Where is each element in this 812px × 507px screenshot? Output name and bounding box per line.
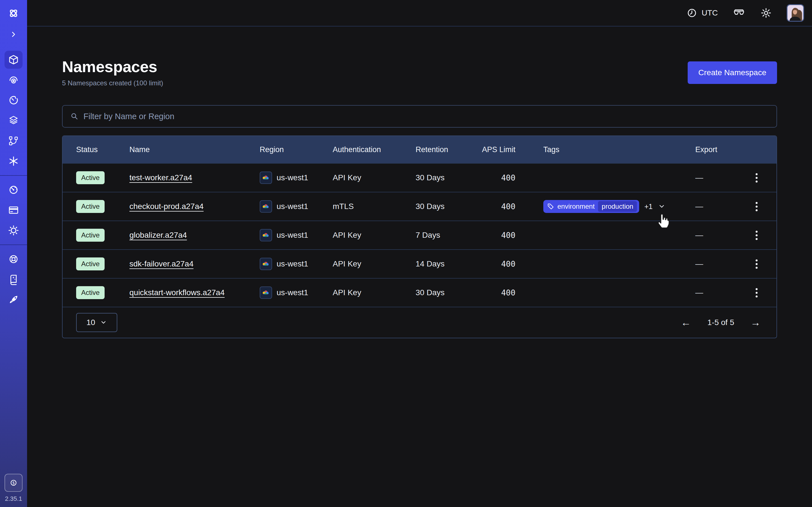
timezone-selector[interactable]: UTC bbox=[686, 7, 718, 18]
row-actions-menu[interactable] bbox=[753, 228, 760, 243]
status-cell: Active bbox=[76, 258, 130, 270]
aps-limit-cell: 400 bbox=[480, 288, 515, 297]
timer-icon bbox=[8, 94, 19, 106]
gcp-cloud-icon bbox=[260, 229, 272, 241]
tag-icon bbox=[547, 203, 554, 210]
topbar: UTC bbox=[27, 0, 812, 26]
sidebar-item-deployments[interactable] bbox=[4, 112, 22, 129]
sidebar-item-docs[interactable] bbox=[4, 270, 22, 288]
gcp-cloud-icon bbox=[260, 258, 272, 270]
price-tag-icon: $ bbox=[8, 477, 19, 488]
gcp-cloud-icon bbox=[260, 172, 272, 184]
table-footer: 10 ← 1-5 of 5 → bbox=[63, 307, 776, 338]
filter-input[interactable] bbox=[84, 112, 769, 121]
sidebar-item-getting-started[interactable] bbox=[4, 291, 22, 309]
credit-card-icon bbox=[8, 204, 19, 216]
retention-cell: 30 Days bbox=[416, 202, 480, 211]
tag-expand-toggle[interactable] bbox=[658, 203, 666, 210]
cube-icon bbox=[8, 54, 19, 66]
namespace-link[interactable]: test-worker.a27a4 bbox=[130, 173, 192, 182]
sidebar-item-batch-operations[interactable] bbox=[4, 132, 22, 150]
sidebar-item-settings[interactable] bbox=[4, 221, 22, 239]
aps-limit-cell: 400 bbox=[480, 260, 515, 269]
status-badge: Active bbox=[76, 286, 105, 299]
glasses-icon bbox=[732, 6, 746, 19]
lifebuoy-icon bbox=[8, 253, 19, 265]
chevron-down-icon bbox=[658, 203, 666, 210]
page-header: Namespaces 5 Namespaces created (100 lim… bbox=[62, 57, 777, 87]
rocket-icon bbox=[8, 294, 19, 305]
aps-limit-cell: 400 bbox=[480, 173, 515, 182]
export-cell: — bbox=[695, 260, 737, 269]
region-cell: us-west1 bbox=[260, 286, 333, 299]
table-row: Active quickstart-workflows.a27a4 bbox=[63, 278, 776, 307]
tag-group: environment production +1 bbox=[543, 200, 695, 213]
sidebar-nav-account bbox=[0, 180, 27, 240]
status-cell: Active bbox=[76, 200, 130, 213]
name-cell: sdk-failover.a27a4 bbox=[130, 260, 260, 269]
tags-cell: environment production +1 bbox=[515, 200, 695, 213]
prev-page-button[interactable]: ← bbox=[681, 317, 691, 328]
page-size-value: 10 bbox=[86, 318, 95, 327]
chevron-down-icon bbox=[100, 319, 107, 326]
book-sparkles-icon bbox=[8, 274, 19, 285]
pricing-button[interactable]: $ bbox=[4, 474, 22, 492]
region-cell: us-west1 bbox=[260, 200, 333, 213]
region-label: us-west1 bbox=[276, 288, 308, 297]
user-avatar[interactable] bbox=[786, 4, 804, 22]
namespace-link[interactable]: quickstart-workflows.a27a4 bbox=[130, 288, 225, 297]
page-size-select[interactable]: 10 bbox=[76, 313, 117, 332]
retention-cell: 30 Days bbox=[416, 288, 480, 297]
sidebar-item-workflows[interactable] bbox=[4, 71, 22, 89]
row-actions-menu[interactable] bbox=[753, 257, 760, 272]
status-cell: Active bbox=[76, 286, 130, 299]
region-label: us-west1 bbox=[276, 202, 308, 211]
temporal-logo[interactable] bbox=[7, 0, 20, 26]
status-cell: Active bbox=[76, 171, 130, 184]
row-actions-menu[interactable] bbox=[753, 199, 760, 214]
page-title: Namespaces bbox=[62, 57, 163, 76]
sidebar-item-nexus[interactable] bbox=[4, 152, 22, 170]
sidebar-divider bbox=[0, 175, 27, 176]
sidebar-item-support[interactable] bbox=[4, 250, 22, 268]
region-cell: us-west1 bbox=[260, 172, 333, 184]
sidebar-collapse-toggle[interactable] bbox=[9, 26, 18, 42]
chevron-right-icon bbox=[9, 30, 18, 39]
gauge-icon bbox=[8, 184, 19, 196]
namespace-link[interactable]: sdk-failover.a27a4 bbox=[130, 260, 193, 268]
next-page-button[interactable]: → bbox=[751, 317, 761, 328]
row-actions-menu[interactable] bbox=[753, 170, 760, 185]
namespace-link[interactable]: globalizer.a27a4 bbox=[130, 231, 187, 239]
sun-icon bbox=[760, 7, 772, 19]
export-cell: — bbox=[695, 173, 737, 182]
pagination: ← 1-5 of 5 → bbox=[681, 317, 761, 328]
labs-toggle[interactable] bbox=[732, 6, 746, 19]
region-cell: us-west1 bbox=[260, 229, 333, 241]
row-actions-menu[interactable] bbox=[753, 285, 760, 300]
authentication-cell: mTLS bbox=[333, 202, 416, 211]
status-cell: Active bbox=[76, 229, 130, 242]
main-content: Namespaces 5 Namespaces created (100 lim… bbox=[27, 26, 812, 507]
create-namespace-button[interactable]: Create Namespace bbox=[688, 61, 777, 84]
sidebar-item-namespaces[interactable] bbox=[4, 51, 22, 69]
sidebar-item-billing[interactable] bbox=[4, 201, 22, 219]
sidebar-item-usage[interactable] bbox=[4, 181, 22, 199]
name-cell: checkout-prod.a27a4 bbox=[130, 202, 260, 211]
column-header-authentication: Authentication bbox=[333, 145, 416, 154]
name-cell: test-worker.a27a4 bbox=[130, 173, 260, 182]
branch-icon bbox=[8, 135, 19, 147]
sidebar-item-schedules[interactable] bbox=[4, 91, 22, 109]
theme-toggle[interactable] bbox=[760, 7, 772, 19]
namespace-link[interactable]: checkout-prod.a27a4 bbox=[130, 202, 204, 211]
table-header-row: Status Name Region Authentication Retent… bbox=[63, 136, 776, 163]
page-subtitle: 5 Namespaces created (100 limit) bbox=[62, 79, 163, 87]
clock-icon bbox=[686, 7, 698, 18]
filter-bar[interactable] bbox=[62, 105, 777, 128]
search-icon bbox=[70, 112, 79, 121]
region-label: us-west1 bbox=[276, 231, 308, 240]
tag-pill[interactable]: environment production bbox=[543, 200, 639, 213]
status-badge: Active bbox=[76, 171, 105, 184]
authentication-cell: API Key bbox=[333, 231, 416, 240]
gcp-cloud-icon bbox=[260, 286, 272, 299]
retention-cell: 30 Days bbox=[416, 173, 480, 182]
